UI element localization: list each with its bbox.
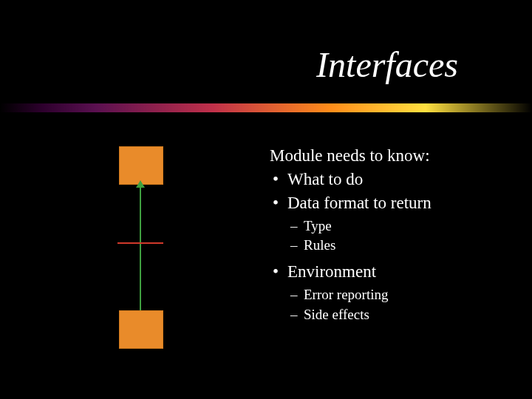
list-item: Rules <box>270 236 514 255</box>
diagram-box-bottom <box>119 310 163 349</box>
slide-title: Interfaces <box>316 44 458 85</box>
list-item: Side effects <box>270 306 514 324</box>
list-item: Data format to return <box>270 192 514 214</box>
sub-list: Type Rules <box>270 217 514 255</box>
diagram-box-top <box>119 146 163 185</box>
barrier-line <box>117 242 163 244</box>
content-block: Module needs to know: What to do Data fo… <box>270 145 514 330</box>
slide: Interfaces Module needs to know: What to… <box>0 0 532 399</box>
content-lead: Module needs to know: <box>270 145 514 167</box>
list-item: Environment <box>270 261 514 283</box>
arrow-shaft <box>140 185 141 310</box>
module-diagram <box>107 146 225 353</box>
sub-list: Error reporting Side effects <box>270 286 514 324</box>
list-item: What to do <box>270 168 514 191</box>
list-item: Error reporting <box>270 286 514 304</box>
bullet-list: What to do Data format to return Type Ru… <box>270 168 514 324</box>
gradient-divider <box>0 103 532 112</box>
list-item: Type <box>270 217 514 236</box>
